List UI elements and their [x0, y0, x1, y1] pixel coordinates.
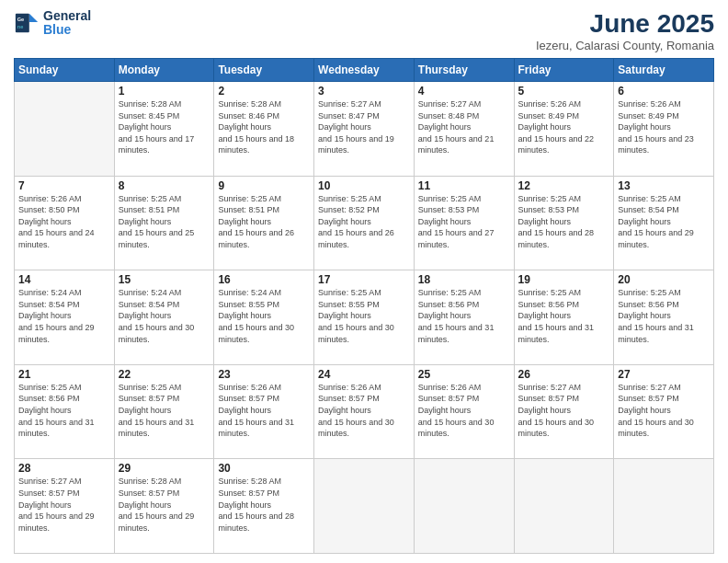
- calendar-cell: [414, 459, 514, 554]
- logo-line1: General: [43, 9, 91, 23]
- col-sunday: Sunday: [15, 59, 115, 82]
- calendar-cell: 29 Sunrise: 5:28 AM Sunset: 8:57 PM Dayl…: [114, 459, 214, 554]
- calendar-cell: [614, 459, 714, 554]
- calendar-cell: 23 Sunrise: 5:26 AM Sunset: 8:57 PM Dayl…: [214, 364, 314, 459]
- calendar-cell: 15 Sunrise: 5:24 AM Sunset: 8:54 PM Dayl…: [114, 270, 214, 365]
- calendar-cell: 19 Sunrise: 5:25 AM Sunset: 8:56 PM Dayl…: [514, 270, 614, 365]
- day-number: 14: [18, 273, 110, 286]
- day-info: Sunrise: 5:27 AM Sunset: 8:47 PM Dayligh…: [318, 98, 410, 156]
- calendar-cell: 8 Sunrise: 5:25 AM Sunset: 8:51 PM Dayli…: [114, 176, 214, 270]
- calendar-cell: [314, 459, 415, 554]
- calendar-cell: 6 Sunrise: 5:26 AM Sunset: 8:49 PM Dayli…: [614, 82, 714, 177]
- header: Ge ne General Blue June 2025 Iezeru, Cal…: [14, 9, 714, 52]
- calendar-cell: 5 Sunrise: 5:26 AM Sunset: 8:49 PM Dayli…: [514, 82, 614, 177]
- col-saturday: Saturday: [614, 59, 714, 82]
- calendar-header-row: Sunday Monday Tuesday Wednesday Thursday…: [15, 59, 714, 82]
- calendar-cell: 4 Sunrise: 5:27 AM Sunset: 8:48 PM Dayli…: [414, 82, 514, 177]
- day-number: 24: [318, 368, 410, 381]
- location: Iezeru, Calarasi County, Romania: [536, 39, 714, 52]
- day-info: Sunrise: 5:28 AM Sunset: 8:45 PM Dayligh…: [119, 98, 210, 156]
- day-number: 20: [618, 273, 710, 286]
- calendar-cell: 1 Sunrise: 5:28 AM Sunset: 8:45 PM Dayli…: [114, 82, 214, 177]
- day-info: Sunrise: 5:25 AM Sunset: 8:53 PM Dayligh…: [518, 193, 610, 251]
- day-number: 22: [119, 368, 210, 381]
- calendar-cell: 18 Sunrise: 5:25 AM Sunset: 8:56 PM Dayl…: [414, 270, 514, 365]
- calendar-table: Sunday Monday Tuesday Wednesday Thursday…: [14, 58, 714, 554]
- day-number: 3: [318, 85, 410, 98]
- month-title: June 2025: [536, 9, 714, 39]
- calendar-week-3: 21 Sunrise: 5:25 AM Sunset: 8:56 PM Dayl…: [15, 364, 714, 459]
- calendar-cell: 26 Sunrise: 5:27 AM Sunset: 8:57 PM Dayl…: [514, 364, 614, 459]
- day-number: 29: [119, 462, 210, 475]
- svg-text:ne: ne: [17, 24, 24, 29]
- day-info: Sunrise: 5:28 AM Sunset: 8:46 PM Dayligh…: [218, 98, 310, 156]
- day-info: Sunrise: 5:26 AM Sunset: 8:49 PM Dayligh…: [518, 98, 610, 156]
- calendar-cell: 3 Sunrise: 5:27 AM Sunset: 8:47 PM Dayli…: [314, 82, 415, 177]
- day-info: Sunrise: 5:27 AM Sunset: 8:57 PM Dayligh…: [18, 476, 110, 534]
- calendar-cell: [15, 82, 115, 177]
- day-info: Sunrise: 5:25 AM Sunset: 8:56 PM Dayligh…: [418, 287, 510, 345]
- title-area: June 2025 Iezeru, Calarasi County, Roman…: [536, 9, 714, 52]
- day-number: 2: [218, 85, 310, 98]
- calendar-cell: 25 Sunrise: 5:26 AM Sunset: 8:57 PM Dayl…: [414, 364, 514, 459]
- day-number: 5: [518, 85, 610, 98]
- day-info: Sunrise: 5:27 AM Sunset: 8:57 PM Dayligh…: [518, 382, 610, 440]
- day-info: Sunrise: 5:26 AM Sunset: 8:57 PM Dayligh…: [318, 382, 410, 440]
- calendar-cell: 13 Sunrise: 5:25 AM Sunset: 8:54 PM Dayl…: [614, 176, 714, 270]
- col-friday: Friday: [514, 59, 614, 82]
- calendar-cell: 9 Sunrise: 5:25 AM Sunset: 8:51 PM Dayli…: [214, 176, 314, 270]
- calendar-cell: 12 Sunrise: 5:25 AM Sunset: 8:53 PM Dayl…: [514, 176, 614, 270]
- day-info: Sunrise: 5:26 AM Sunset: 8:49 PM Dayligh…: [618, 98, 710, 156]
- day-number: 10: [318, 179, 410, 192]
- day-number: 17: [318, 273, 410, 286]
- calendar-cell: 16 Sunrise: 5:24 AM Sunset: 8:55 PM Dayl…: [214, 270, 314, 365]
- day-number: 13: [618, 179, 710, 192]
- day-info: Sunrise: 5:26 AM Sunset: 8:57 PM Dayligh…: [418, 382, 510, 440]
- day-info: Sunrise: 5:27 AM Sunset: 8:57 PM Dayligh…: [618, 382, 710, 440]
- day-number: 25: [418, 368, 510, 381]
- calendar-week-2: 14 Sunrise: 5:24 AM Sunset: 8:54 PM Dayl…: [15, 270, 714, 365]
- day-number: 21: [18, 368, 110, 381]
- day-info: Sunrise: 5:25 AM Sunset: 8:54 PM Dayligh…: [618, 193, 710, 251]
- calendar-cell: 10 Sunrise: 5:25 AM Sunset: 8:52 PM Dayl…: [314, 176, 415, 270]
- day-number: 6: [618, 85, 710, 98]
- day-number: 26: [518, 368, 610, 381]
- calendar-week-4: 28 Sunrise: 5:27 AM Sunset: 8:57 PM Dayl…: [15, 459, 714, 554]
- calendar-cell: 14 Sunrise: 5:24 AM Sunset: 8:54 PM Dayl…: [15, 270, 115, 365]
- calendar-cell: 7 Sunrise: 5:26 AM Sunset: 8:50 PM Dayli…: [15, 176, 115, 270]
- day-info: Sunrise: 5:24 AM Sunset: 8:55 PM Dayligh…: [218, 287, 310, 345]
- day-info: Sunrise: 5:25 AM Sunset: 8:51 PM Dayligh…: [119, 193, 210, 251]
- day-number: 23: [218, 368, 310, 381]
- calendar-cell: 11 Sunrise: 5:25 AM Sunset: 8:53 PM Dayl…: [414, 176, 514, 270]
- day-info: Sunrise: 5:28 AM Sunset: 8:57 PM Dayligh…: [119, 476, 210, 534]
- day-info: Sunrise: 5:25 AM Sunset: 8:57 PM Dayligh…: [119, 382, 210, 440]
- day-number: 27: [618, 368, 710, 381]
- page: Ge ne General Blue June 2025 Iezeru, Cal…: [0, 0, 728, 563]
- day-info: Sunrise: 5:25 AM Sunset: 8:52 PM Dayligh…: [318, 193, 410, 251]
- calendar-cell: 2 Sunrise: 5:28 AM Sunset: 8:46 PM Dayli…: [214, 82, 314, 177]
- day-info: Sunrise: 5:26 AM Sunset: 8:57 PM Dayligh…: [218, 382, 310, 440]
- col-thursday: Thursday: [414, 59, 514, 82]
- calendar-cell: 22 Sunrise: 5:25 AM Sunset: 8:57 PM Dayl…: [114, 364, 214, 459]
- day-info: Sunrise: 5:25 AM Sunset: 8:51 PM Dayligh…: [218, 193, 310, 251]
- calendar-cell: 20 Sunrise: 5:25 AM Sunset: 8:56 PM Dayl…: [614, 270, 714, 365]
- svg-text:Ge: Ge: [17, 17, 24, 23]
- day-number: 12: [518, 179, 610, 192]
- calendar-cell: 21 Sunrise: 5:25 AM Sunset: 8:56 PM Dayl…: [15, 364, 115, 459]
- col-wednesday: Wednesday: [314, 59, 415, 82]
- day-info: Sunrise: 5:27 AM Sunset: 8:48 PM Dayligh…: [418, 98, 510, 156]
- day-info: Sunrise: 5:25 AM Sunset: 8:56 PM Dayligh…: [618, 287, 710, 345]
- day-number: 7: [18, 179, 110, 192]
- day-number: 9: [218, 179, 310, 192]
- day-info: Sunrise: 5:25 AM Sunset: 8:53 PM Dayligh…: [418, 193, 510, 251]
- day-info: Sunrise: 5:25 AM Sunset: 8:56 PM Dayligh…: [518, 287, 610, 345]
- calendar-cell: [514, 459, 614, 554]
- day-number: 4: [418, 85, 510, 98]
- calendar-week-0: 1 Sunrise: 5:28 AM Sunset: 8:45 PM Dayli…: [15, 82, 714, 177]
- day-info: Sunrise: 5:25 AM Sunset: 8:55 PM Dayligh…: [318, 287, 410, 345]
- day-info: Sunrise: 5:24 AM Sunset: 8:54 PM Dayligh…: [18, 287, 110, 345]
- logo-line2: Blue: [43, 23, 91, 37]
- logo-icon: Ge ne: [14, 10, 40, 36]
- col-tuesday: Tuesday: [214, 59, 314, 82]
- logo: Ge ne General Blue: [14, 9, 91, 38]
